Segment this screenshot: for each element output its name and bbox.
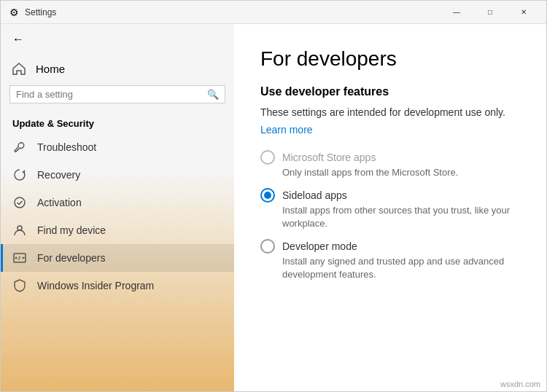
sidebar-item-for-developers[interactable]: For developers	[1, 244, 234, 272]
window-controls: — □ ✕	[440, 1, 540, 24]
sidebar-item-troubleshoot[interactable]: Troubleshoot	[1, 133, 234, 161]
activation-label: Activation	[37, 197, 82, 208]
title-bar: ⚙ Settings — □ ✕	[1, 1, 546, 24]
home-label: Home	[36, 63, 65, 75]
check-circle-icon	[12, 195, 27, 210]
svg-point-1	[18, 226, 22, 230]
page-title: For developers	[260, 47, 520, 71]
developer-mode-desc: Install any signed and trusted app and u…	[282, 255, 520, 281]
right-panel: For developers Use developer features Th…	[234, 24, 546, 391]
learn-more-link[interactable]: Learn more	[260, 124, 313, 136]
troubleshoot-label: Troubleshoot	[37, 141, 96, 153]
sideload-desc: Install apps from other sources that you…	[282, 204, 520, 230]
svg-point-0	[15, 197, 25, 208]
ms-store-label: Microsoft Store apps	[282, 152, 376, 163]
sidebar-item-find-my-device[interactable]: Find my device	[1, 216, 234, 244]
recovery-icon	[12, 168, 27, 182]
maximize-button[interactable]: □	[473, 1, 507, 24]
back-icon: ←	[12, 33, 24, 46]
section-heading: Use developer features	[260, 85, 520, 98]
radio-option-sideload: Sideload apps Install apps from other so…	[260, 188, 520, 230]
code-icon	[12, 251, 27, 265]
sidebar-item-windows-insider[interactable]: Windows Insider Program	[1, 272, 234, 299]
radio-developer-mode[interactable]	[260, 239, 275, 254]
sideload-label: Sideload apps	[282, 189, 347, 201]
sidebar-item-home[interactable]: Home	[1, 55, 234, 85]
close-button[interactable]: ✕	[507, 1, 540, 24]
windows-insider-label: Windows Insider Program	[37, 280, 154, 291]
window-title: Settings	[25, 7, 56, 17]
developer-options: Microsoft Store apps Only install apps f…	[260, 150, 520, 282]
search-input[interactable]	[16, 89, 207, 100]
person-icon	[12, 223, 27, 238]
for-developers-label: For developers	[37, 252, 105, 264]
radio-sideload[interactable]	[260, 188, 275, 203]
find-my-device-label: Find my device	[37, 224, 106, 236]
search-box[interactable]: 🔍	[9, 85, 225, 103]
radio-label-row-developer-mode: Developer mode	[260, 239, 520, 254]
title-bar-left: ⚙ Settings	[9, 7, 56, 18]
sidebar-item-activation[interactable]: Activation	[1, 189, 234, 216]
ms-store-desc: Only install apps from the Microsoft Sto…	[282, 166, 520, 179]
home-icon	[12, 62, 26, 75]
developer-mode-label: Developer mode	[282, 240, 357, 252]
description-text: These settings are intended for developm…	[260, 106, 520, 120]
shield-icon	[12, 278, 27, 293]
back-button[interactable]: ←	[1, 24, 234, 55]
sidebar: ← Home 🔍 Update & Security	[1, 24, 234, 391]
minimize-button[interactable]: —	[440, 1, 473, 24]
radio-option-ms-store: Microsoft Store apps Only install apps f…	[260, 150, 520, 179]
wrench-icon	[12, 140, 27, 154]
radio-ms-store[interactable]	[260, 150, 275, 165]
section-label: Update & Security	[1, 112, 234, 133]
radio-option-developer-mode: Developer mode Install any signed and tr…	[260, 239, 520, 281]
main-content: ← Home 🔍 Update & Security	[1, 24, 546, 391]
recovery-label: Recovery	[37, 169, 80, 181]
settings-window: ⚙ Settings — □ ✕ ← Home	[0, 0, 547, 392]
search-icon: 🔍	[207, 89, 219, 100]
sidebar-item-recovery[interactable]: Recovery	[1, 161, 234, 189]
watermark: wsxdn.com	[500, 380, 540, 388]
radio-label-row-sideload: Sideload apps	[260, 188, 520, 203]
radio-label-row-ms-store: Microsoft Store apps	[260, 150, 520, 165]
settings-icon: ⚙	[9, 7, 19, 18]
